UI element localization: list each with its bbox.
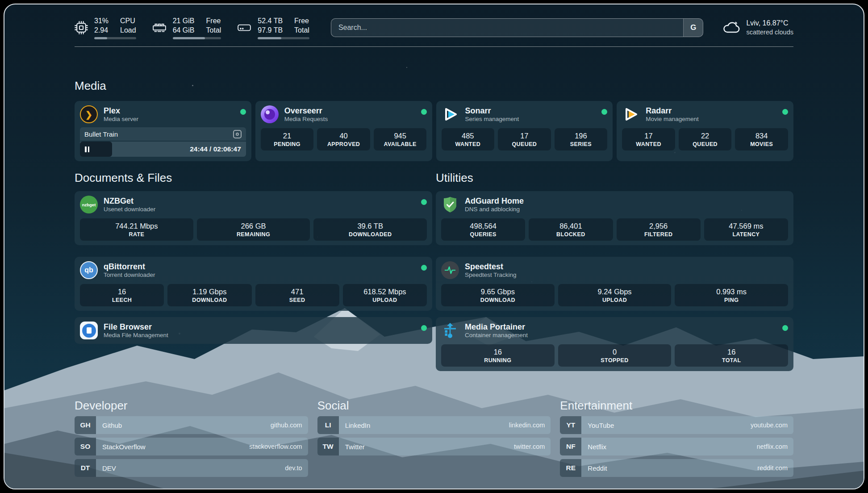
overseerr-card[interactable]: Overseerr Media Requests 21 PENDING 40 A… xyxy=(255,101,432,161)
link-stackoverflow[interactable]: SO StackOverflow stackoverflow.com xyxy=(75,438,308,455)
stat-value: 47.569 ms xyxy=(706,222,786,230)
social-links: Social LI LinkedIn linkedin.com TW Twitt… xyxy=(317,399,551,477)
stat-label: APPROVED xyxy=(319,141,368,147)
link-name: Twitter xyxy=(345,443,365,451)
radarr-card[interactable]: Radarr Movie management 17 WANTED 22 QUE… xyxy=(617,101,793,161)
utilities-column: Utilities AdGuard Home xyxy=(436,171,793,371)
cpu-load-value: 2.94 xyxy=(94,25,108,35)
overseerr-subtitle: Media Requests xyxy=(284,116,328,123)
cast-icon[interactable] xyxy=(233,130,242,138)
link-url: stackoverflow.com xyxy=(249,443,302,450)
link-name: Netflix xyxy=(588,443,606,451)
link-url: netflix.com xyxy=(757,443,788,450)
stat-label: UPLOAD xyxy=(345,297,425,303)
section-heading-entertainment: Entertainment xyxy=(560,399,793,413)
section-heading-documents: Documents & Files xyxy=(75,171,432,185)
stat-value: 17 xyxy=(624,132,673,140)
stat-value: 9.24 Gbps xyxy=(560,288,670,296)
stat-value: 22 xyxy=(680,132,730,140)
adguard-title: AdGuard Home xyxy=(465,196,524,206)
filebrowser-card[interactable]: File Browser Media File Management xyxy=(75,317,432,344)
search-provider-button[interactable]: G xyxy=(683,19,703,37)
link-url: linkedin.com xyxy=(509,422,545,429)
stat-tile: 86,401 BLOCKED xyxy=(529,218,613,241)
stat-tile: 618.52 Mbps UPLOAD xyxy=(343,284,427,306)
speedtest-icon xyxy=(441,261,459,279)
stat-tile: 0 STOPPED xyxy=(558,344,672,367)
stat-value: 744.21 Mbps xyxy=(82,222,192,230)
stat-value: 2,956 xyxy=(618,222,699,230)
stat-label: TOTAL xyxy=(676,357,786,363)
memory-total-value: 64 GiB xyxy=(173,25,195,35)
search-input[interactable] xyxy=(331,19,684,37)
stat-value: 471 xyxy=(257,288,338,296)
qbittorrent-icon: qb xyxy=(80,261,98,279)
dashboard-window: 31% 2.94 CPU Load xyxy=(4,4,864,489)
adguard-icon xyxy=(441,196,459,213)
link-abbr: LI xyxy=(317,416,339,434)
link-dev-to[interactable]: DT DEV dev.to xyxy=(75,459,308,477)
stat-value: 86,401 xyxy=(530,222,611,230)
playback-time: 24:44 / 02:06:47 xyxy=(190,142,241,157)
stat-value: 21 xyxy=(263,132,312,140)
link-youtube[interactable]: YT YouTube youtube.com xyxy=(560,416,793,434)
adguard-card[interactable]: AdGuard Home DNS and adblocking 498,564 … xyxy=(436,191,793,245)
link-twitter[interactable]: TW Twitter twitter.com xyxy=(317,438,551,455)
stat-label: LEECH xyxy=(82,297,162,303)
link-url: youtube.com xyxy=(751,422,788,429)
stat-value: 618.52 Mbps xyxy=(345,288,425,296)
radarr-title: Radarr xyxy=(646,106,699,116)
section-heading-social: Social xyxy=(317,399,551,413)
plex-card[interactable]: ❯ Plex Media server Bullet Train xyxy=(75,101,251,161)
disk-free-label: Free xyxy=(294,16,309,25)
link-github[interactable]: GH Github github.com xyxy=(75,416,308,434)
qbittorrent-card[interactable]: qb qBittorrent Torrent downloader 16 LEE… xyxy=(75,257,432,311)
filebrowser-status-dot xyxy=(421,325,427,331)
stat-label: REMAINING xyxy=(199,231,309,238)
plex-status-dot xyxy=(240,109,246,115)
plex-now-playing: Bullet Train 24:44 / 02:06:47 xyxy=(80,127,246,157)
nzbget-icon: nzbget xyxy=(80,196,98,213)
speedtest-card[interactable]: Speedtest Speedtest Tracking 9.65 Gbps D… xyxy=(436,257,793,311)
stat-label: SEED xyxy=(257,297,338,303)
stat-label: UPLOAD xyxy=(560,297,670,303)
radarr-icon xyxy=(622,105,640,123)
link-linkedin[interactable]: LI LinkedIn linkedin.com xyxy=(317,416,551,434)
stat-label: FILTERED xyxy=(618,231,699,238)
portainer-title: Media Portainer xyxy=(465,322,528,332)
plex-title: Plex xyxy=(104,106,138,116)
radarr-status-dot xyxy=(782,109,788,115)
sonarr-card[interactable]: Sonarr Series management 485 WANTED 17 Q… xyxy=(436,101,613,161)
weather-widget: Lviv, 16.87°C scattered clouds xyxy=(722,19,793,37)
stat-label: SERIES xyxy=(556,141,606,147)
overseerr-status-dot xyxy=(421,109,427,115)
entertainment-links: Entertainment YT YouTube youtube.com NF … xyxy=(560,399,793,477)
link-name: DEV xyxy=(102,464,116,472)
sonarr-icon xyxy=(442,105,459,123)
portainer-card[interactable]: Media Portainer Container management 16 … xyxy=(436,317,793,371)
link-url: reddit.com xyxy=(757,464,788,472)
disk-total-label: Total xyxy=(294,25,309,35)
link-url: dev.to xyxy=(285,464,302,472)
filebrowser-subtitle: Media File Management xyxy=(104,332,168,339)
stat-label: PING xyxy=(676,297,786,303)
nzbget-card[interactable]: nzbget NZBGet Usenet downloader 744.21 M… xyxy=(75,191,432,245)
link-abbr: DT xyxy=(75,459,96,477)
disk-free-value: 52.4 TB xyxy=(258,16,283,25)
playback-progress-bar[interactable]: 24:44 / 02:06:47 xyxy=(80,142,246,157)
link-name: YouTube xyxy=(588,422,614,429)
memory-progress-bar xyxy=(173,37,221,39)
stat-tile: 744.21 Mbps RATE xyxy=(80,218,193,241)
plex-subtitle: Media server xyxy=(104,116,138,123)
stat-tile: 485 WANTED xyxy=(442,128,495,150)
search-bar: G xyxy=(331,18,704,37)
memory-stat-widget: 21 GiB 64 GiB Free Total xyxy=(152,16,221,39)
stat-tile: 17 WANTED xyxy=(622,128,675,150)
stat-tile: 40 APPROVED xyxy=(317,128,370,150)
link-netflix[interactable]: NF Netflix netflix.com xyxy=(560,438,793,455)
disk-stat-widget: 52.4 TB 97.9 TB Free Total xyxy=(237,16,309,39)
adguard-subtitle: DNS and adblocking xyxy=(465,206,524,213)
pause-icon[interactable] xyxy=(85,146,89,152)
link-abbr: SO xyxy=(75,438,96,455)
link-reddit[interactable]: RE Reddit reddit.com xyxy=(560,459,793,477)
